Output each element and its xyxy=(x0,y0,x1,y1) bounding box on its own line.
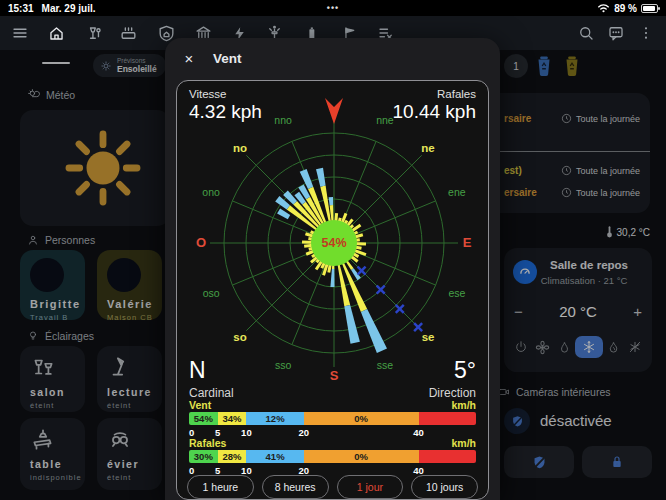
legend-segment: 54% xyxy=(189,412,218,425)
svg-text:oso: oso xyxy=(203,287,220,299)
modal-title: Vent xyxy=(213,51,242,66)
wind-card: 54%nnonnenoneonoeneOEosoesesosessosseS V… xyxy=(176,80,489,500)
wifi-icon xyxy=(597,3,610,13)
battery-percent: 89 % xyxy=(614,3,637,14)
tab-lights[interactable] xyxy=(82,21,106,45)
svg-text:no: no xyxy=(233,142,247,154)
range-button-1d[interactable]: 1 jour xyxy=(337,475,404,499)
svg-text:54%: 54% xyxy=(321,236,346,250)
svg-text:sse: sse xyxy=(377,359,394,371)
legend-segment: 41% xyxy=(246,450,303,463)
direction-value: 5° xyxy=(429,357,476,384)
screen: 15:31 Mar. 29 juil. ••• 89 % xyxy=(0,0,666,500)
svg-text:nne: nne xyxy=(376,114,394,126)
svg-text:O: O xyxy=(196,235,206,250)
svg-text:nno: nno xyxy=(274,114,292,126)
speed-readout: Vitesse 4.32 kph xyxy=(189,88,262,123)
status-bar: 15:31 Mar. 29 juil. ••• 89 % xyxy=(0,0,666,16)
range-button-1h[interactable]: 1 heure xyxy=(187,475,254,499)
modal-header: × Vent xyxy=(165,38,500,78)
legend-segment: 34% xyxy=(218,412,247,425)
range-button-8h[interactable]: 8 heures xyxy=(262,475,329,499)
speed-value: 4.32 kph xyxy=(189,101,262,123)
svg-text:so: so xyxy=(233,331,246,343)
legend-rafales-header: Rafales km/h xyxy=(189,437,476,449)
wind-modal: × Vent 54%nnonnenoneonoeneOEosoesesosess… xyxy=(165,38,500,500)
svg-text:E: E xyxy=(463,235,472,250)
kebab-menu-icon[interactable] xyxy=(634,21,658,45)
search-icon[interactable] xyxy=(574,21,598,45)
legend-segment xyxy=(419,450,476,463)
wind-rose-chart: 54%nnonnenoneonoeneOEosoesesosessosseS xyxy=(177,81,489,381)
legend-segment: 30% xyxy=(189,450,218,463)
svg-text:ne: ne xyxy=(421,142,434,154)
tab-home[interactable] xyxy=(44,21,68,45)
svg-text:ono: ono xyxy=(202,186,220,198)
svg-text:sso: sso xyxy=(275,359,292,371)
svg-text:ese: ese xyxy=(448,287,465,299)
svg-text:se: se xyxy=(422,331,435,343)
battery-icon xyxy=(641,4,658,13)
direction-readout: 5° Direction xyxy=(429,357,476,400)
legend-segment: 0% xyxy=(304,412,419,425)
range-buttons: 1 heure 8 heures 1 jour 10 jours xyxy=(187,475,478,499)
menu-icon[interactable] xyxy=(8,21,32,45)
cardinal-readout: N Cardinal xyxy=(189,357,234,400)
legend-segment: 0% xyxy=(304,450,419,463)
assist-chat-icon[interactable] xyxy=(604,21,628,45)
legend-vent-bar: 54%34%12%0% xyxy=(189,412,476,425)
legend-segment xyxy=(419,412,476,425)
legend-rafales-scale: 05102040 xyxy=(189,465,476,475)
legend-rafales-bar: 30%28%41%0% xyxy=(189,450,476,463)
range-button-10d[interactable]: 10 jours xyxy=(411,475,478,499)
tab-heating[interactable] xyxy=(116,21,140,45)
svg-text:S: S xyxy=(330,368,339,382)
cardinal-value: N xyxy=(189,357,234,384)
close-icon[interactable]: × xyxy=(179,48,199,68)
gust-value: 10.44 kph xyxy=(393,101,476,123)
svg-text:ene: ene xyxy=(448,186,466,198)
gust-readout: Rafales 10.44 kph xyxy=(393,88,476,123)
status-center-dots: ••• xyxy=(0,3,666,13)
legend-segment: 12% xyxy=(246,412,303,425)
legend-vent-scale: 05102040 xyxy=(189,427,476,437)
legend-vent-header: Vent km/h xyxy=(189,399,476,411)
legend-segment: 28% xyxy=(218,450,247,463)
